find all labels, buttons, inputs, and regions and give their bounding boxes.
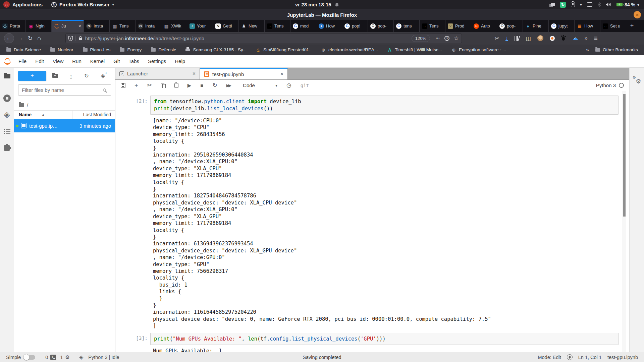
restart-run-all-icon[interactable]: ▶▶ (226, 83, 230, 87)
library-icon[interactable] (515, 36, 520, 41)
bluetooth-icon[interactable] (597, 2, 601, 7)
breadcrumb[interactable]: / (14, 100, 115, 110)
cell-editor[interactable]: print("Num GPUs Available: ", len(tf.con… (150, 333, 619, 345)
new-tab-button[interactable]: + (626, 20, 638, 32)
kernel-name[interactable]: Python 3 (596, 82, 616, 88)
git-status-icon[interactable]: ◈ (79, 354, 83, 360)
bookmark-item[interactable]: Data-Science (6, 47, 41, 52)
new-folder-icon[interactable] (52, 74, 58, 78)
chevron-down-icon[interactable]: ▾ (275, 83, 277, 87)
add-cell-icon[interactable]: + (135, 82, 138, 88)
page-actions-icon[interactable]: ••• (436, 37, 440, 40)
history-clock-icon[interactable]: ◷ (286, 82, 291, 88)
paste-cells-icon[interactable] (174, 83, 178, 88)
window-close-button[interactable]: × (634, 11, 641, 18)
property-inspector-icon[interactable]: ⚙⚙ (633, 76, 641, 84)
browser-tab[interactable]: ≣ How × (575, 20, 600, 32)
bookmark-item[interactable]: Stoßlüftung Fensterlüf... (256, 47, 312, 52)
restart-kernel-icon[interactable]: ↻ (212, 82, 217, 88)
home-button[interactable]: ⌂ (37, 35, 41, 42)
menu-item[interactable]: View (48, 58, 68, 64)
git-clone-icon[interactable]: ◈ (101, 72, 105, 79)
browser-tab[interactable]: G jupyt × (549, 20, 575, 32)
notification-bell-icon[interactable] (567, 354, 573, 360)
terminals-count[interactable]: 0 (45, 355, 48, 360)
cursor-position[interactable]: Ln 1, Col 1 (578, 355, 602, 360)
menu-item[interactable]: Settings (144, 58, 170, 64)
save-icon[interactable] (121, 83, 125, 88)
kernel-status-label[interactable]: Python 3 | Idle (88, 355, 119, 360)
browser-tab[interactable]: ♦ Pine × (523, 20, 549, 32)
tab-notebook[interactable]: test-gpu.ipynb × (200, 68, 288, 79)
menu-item[interactable]: Kernel (86, 58, 109, 64)
network-tray-icon[interactable] (587, 2, 592, 7)
downloads-icon[interactable]: ↓ (505, 36, 508, 41)
tab-launcher[interactable]: ↗ Launcher × (115, 68, 200, 79)
sidebar-toggle-icon[interactable]: ◫ (526, 35, 531, 42)
column-name[interactable]: Name▲ (14, 112, 72, 117)
extension-manager-icon[interactable] (4, 145, 10, 151)
browser-tab[interactable]: ▦ XWik × (161, 20, 187, 32)
browser-tab[interactable]: N Getti × (213, 20, 239, 32)
browser-tab[interactable]: ▦ Tens × (110, 20, 136, 32)
tab-close-icon[interactable]: × (280, 71, 283, 77)
bookmark-item[interactable]: Samsung CLX-3185 - Sy... (185, 47, 247, 52)
url-text[interactable]: https://jupyter-jan.informeer.de/lab/tre… (85, 36, 204, 41)
hamburger-menu-icon[interactable]: ≡ (594, 35, 598, 42)
browser-tab[interactable]: ‥ Tens × (265, 20, 290, 32)
chevron-down-icon[interactable]: ▾ (580, 2, 582, 7)
clock[interactable]: vr 28 mei 18:15 (295, 2, 339, 7)
applications-menu[interactable]: ∩ Applications (3, 1, 43, 8)
forward-button[interactable]: → (17, 35, 23, 42)
cell-editor[interactable]: from tensorflow.python.client import dev… (150, 96, 619, 115)
simple-mode-toggle[interactable] (24, 355, 35, 360)
table-of-contents-icon[interactable] (4, 129, 10, 134)
menu-item[interactable]: Tabs (124, 58, 144, 64)
browser-tab[interactable]: ⚓ Porta × (0, 20, 26, 32)
git-icon[interactable]: ◈ (4, 111, 10, 119)
column-last-modified[interactable]: Last Modified (72, 111, 115, 119)
browser-tab[interactable]: ‥ Set u × (600, 20, 626, 32)
bookmark-star-icon[interactable]: ☆ (453, 35, 459, 42)
copy-cells-icon[interactable] (161, 83, 165, 88)
scrollbar[interactable] (622, 91, 626, 352)
bookmark-item[interactable]: Energy (119, 47, 142, 52)
browser-tab[interactable]: G pop! × (342, 20, 368, 32)
screenshot-icon[interactable]: ✂ (495, 35, 499, 42)
menu-item[interactable]: Edit (31, 58, 48, 64)
bookmark-item[interactable]: Defensie (151, 47, 176, 52)
bookmark-item[interactable]: electronic-wechat/REA... (321, 47, 378, 52)
reload-button[interactable]: ↻ (28, 35, 33, 42)
browser-tab[interactable]: ∵ Prod × (445, 20, 471, 32)
scrollbar-thumb[interactable] (623, 94, 626, 217)
running-kernels-icon[interactable] (3, 95, 11, 102)
lock-icon[interactable] (78, 36, 83, 41)
menu-item[interactable]: Git (109, 58, 124, 64)
bookmarks-overflow-icon[interactable]: » (586, 47, 589, 53)
browser-tab[interactable]: Ju × (52, 20, 84, 32)
toolbar-overflow-icon[interactable]: » (585, 35, 588, 41)
gnome-foot-icon[interactable] (561, 36, 566, 41)
cell-type-select[interactable]: Code (243, 82, 255, 88)
stop-icon[interactable]: ■ (200, 83, 203, 88)
browser-tab[interactable]: ◉ Ngin × (26, 20, 52, 32)
kernel-status-icon[interactable] (619, 83, 624, 88)
cloud-sync-icon[interactable]: ☁✓ (572, 35, 578, 42)
git-toolbar-label[interactable]: git (301, 83, 309, 88)
clipboard-tray-icon[interactable] (571, 2, 575, 7)
filter-files-input[interactable]: Filter files by name (18, 84, 111, 96)
back-button[interactable]: ← (4, 33, 14, 43)
other-bookmarks[interactable]: Other Bookmarks (595, 47, 638, 52)
bookmark-item[interactable]: Encryption software : ... (451, 47, 506, 52)
pocket-icon[interactable]: ▾ (444, 36, 449, 41)
tab-close-icon[interactable]: × (78, 23, 81, 29)
account-avatar[interactable] (537, 35, 543, 41)
browser-tab[interactable]: i How × (316, 20, 342, 32)
kernels-count[interactable]: 1 (60, 355, 63, 360)
browser-tab[interactable]: 76 Insta × (84, 20, 110, 32)
browser-tab[interactable]: ♟ New × (239, 20, 265, 32)
browser-tab[interactable]: 76 Insta × (136, 20, 161, 32)
battery-indicator[interactable]: ↯ 84 % ▾ (616, 2, 639, 7)
browser-tab[interactable]: Ω pop- × (497, 20, 523, 32)
extension-icon[interactable] (550, 36, 555, 41)
